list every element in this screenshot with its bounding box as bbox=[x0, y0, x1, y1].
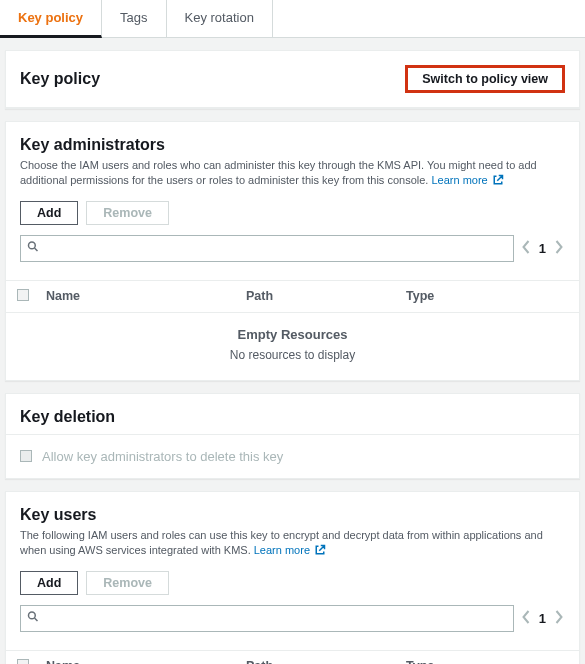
user-col-name[interactable]: Name bbox=[40, 659, 246, 664]
user-page-number: 1 bbox=[539, 611, 546, 626]
tab-key-policy[interactable]: Key policy bbox=[0, 0, 102, 38]
key-policy-header: Key policy Switch to policy view bbox=[6, 51, 579, 108]
key-users-desc: The following IAM users and roles can us… bbox=[20, 528, 565, 561]
admin-table-header: Name Path Type bbox=[6, 280, 579, 313]
chevron-left-icon bbox=[522, 610, 531, 624]
key-administrators-desc: Choose the IAM users and roles who can a… bbox=[20, 158, 565, 191]
learn-more-link[interactable]: Learn more bbox=[431, 174, 503, 186]
key-users-title: Key users bbox=[20, 506, 565, 524]
admin-col-name[interactable]: Name bbox=[40, 289, 246, 303]
allow-delete-label: Allow key administrators to delete this … bbox=[42, 449, 283, 464]
admin-empty-sub: No resources to display bbox=[6, 348, 579, 362]
user-col-path[interactable]: Path bbox=[246, 659, 406, 664]
learn-more-label-users: Learn more bbox=[254, 544, 310, 556]
remove-user-button[interactable]: Remove bbox=[86, 571, 169, 595]
user-table-header: Name Path Type bbox=[6, 650, 579, 664]
key-deletion-title: Key deletion bbox=[20, 408, 565, 426]
search-icon bbox=[27, 241, 39, 256]
user-prev-page[interactable] bbox=[520, 610, 533, 627]
external-link-icon bbox=[314, 544, 326, 560]
user-search-input[interactable] bbox=[20, 605, 514, 632]
admin-empty-title: Empty Resources bbox=[6, 327, 579, 342]
tab-tags[interactable]: Tags bbox=[102, 0, 166, 37]
admin-col-type[interactable]: Type bbox=[406, 289, 579, 303]
svg-line-3 bbox=[35, 618, 38, 621]
chevron-left-icon bbox=[522, 240, 531, 254]
svg-point-2 bbox=[29, 612, 36, 619]
tab-key-rotation[interactable]: Key rotation bbox=[167, 0, 273, 37]
allow-delete-checkbox[interactable] bbox=[20, 450, 32, 462]
admin-empty-state: Empty Resources No resources to display bbox=[6, 313, 579, 380]
key-policy-panel: Key policy Switch to policy view bbox=[5, 50, 580, 109]
key-administrators-title: Key administrators bbox=[20, 136, 565, 154]
add-user-button[interactable]: Add bbox=[20, 571, 78, 595]
chevron-right-icon bbox=[554, 610, 563, 624]
admin-page-number: 1 bbox=[539, 241, 546, 256]
learn-more-label: Learn more bbox=[431, 174, 487, 186]
key-users-panel: Key users The following IAM users and ro… bbox=[5, 491, 580, 664]
switch-to-policy-view-button[interactable]: Switch to policy view bbox=[405, 65, 565, 93]
svg-point-0 bbox=[29, 242, 36, 249]
admin-search-input[interactable] bbox=[20, 235, 514, 262]
user-next-page[interactable] bbox=[552, 610, 565, 627]
user-pager: 1 bbox=[520, 610, 565, 627]
remove-admin-button[interactable]: Remove bbox=[86, 201, 169, 225]
external-link-icon bbox=[492, 174, 504, 190]
key-administrators-panel: Key administrators Choose the IAM users … bbox=[5, 121, 580, 381]
search-icon bbox=[27, 611, 39, 626]
chevron-right-icon bbox=[554, 240, 563, 254]
admin-prev-page[interactable] bbox=[520, 240, 533, 257]
admin-pager: 1 bbox=[520, 240, 565, 257]
user-col-type[interactable]: Type bbox=[406, 659, 579, 664]
admin-col-path[interactable]: Path bbox=[246, 289, 406, 303]
key-policy-title: Key policy bbox=[20, 70, 100, 88]
tabs: Key policy Tags Key rotation bbox=[0, 0, 585, 38]
admin-select-all-checkbox[interactable] bbox=[17, 289, 29, 301]
add-admin-button[interactable]: Add bbox=[20, 201, 78, 225]
svg-line-1 bbox=[35, 248, 38, 251]
user-select-all-checkbox[interactable] bbox=[17, 659, 29, 664]
admin-next-page[interactable] bbox=[552, 240, 565, 257]
key-deletion-panel: Key deletion Allow key administrators to… bbox=[5, 393, 580, 479]
learn-more-link-users[interactable]: Learn more bbox=[254, 544, 326, 556]
